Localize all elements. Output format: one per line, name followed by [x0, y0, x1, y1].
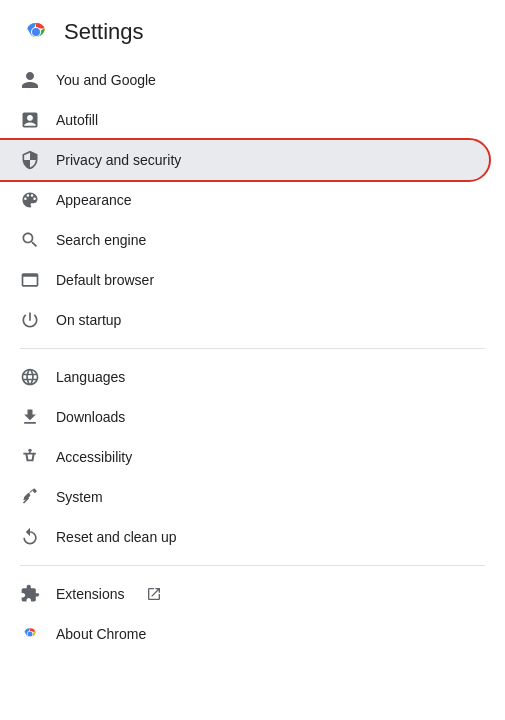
globe-icon — [20, 367, 40, 387]
sidebar-item-label: Autofill — [56, 112, 98, 128]
extensions-icon — [20, 584, 40, 604]
divider-2 — [20, 565, 485, 566]
search-icon — [20, 230, 40, 250]
browser-icon — [20, 270, 40, 290]
sidebar-item-label: Reset and clean up — [56, 529, 177, 545]
sidebar-item-on-startup[interactable]: On startup — [0, 300, 489, 340]
sidebar-item-label: Downloads — [56, 409, 125, 425]
sidebar-item-label: Default browser — [56, 272, 154, 288]
nav-list: You and Google Autofill Privacy and secu… — [0, 60, 505, 654]
autofill-icon — [20, 110, 40, 130]
person-icon — [20, 70, 40, 90]
sidebar-item-label: Accessibility — [56, 449, 132, 465]
reset-icon — [20, 527, 40, 547]
sidebar-item-reset-and-clean-up[interactable]: Reset and clean up — [0, 517, 489, 557]
sidebar-item-extensions[interactable]: Extensions — [0, 574, 489, 614]
sidebar-item-label: System — [56, 489, 103, 505]
divider-1 — [20, 348, 485, 349]
sidebar-item-default-browser[interactable]: Default browser — [0, 260, 489, 300]
sidebar-item-appearance[interactable]: Appearance — [0, 180, 489, 220]
sidebar-item-downloads[interactable]: Downloads — [0, 397, 489, 437]
sidebar-item-accessibility[interactable]: Accessibility — [0, 437, 489, 477]
sidebar-item-label: Languages — [56, 369, 125, 385]
sidebar-item-system[interactable]: System — [0, 477, 489, 517]
shield-icon — [20, 150, 40, 170]
wrench-icon — [20, 487, 40, 507]
accessibility-icon — [20, 447, 40, 467]
sidebar-item-you-and-google[interactable]: You and Google — [0, 60, 489, 100]
page-title: Settings — [64, 19, 144, 45]
sidebar-item-label: Privacy and security — [56, 152, 181, 168]
sidebar-item-label: Extensions — [56, 586, 124, 602]
palette-icon — [20, 190, 40, 210]
sidebar-item-label: You and Google — [56, 72, 156, 88]
svg-point-5 — [28, 632, 33, 637]
sidebar-item-languages[interactable]: Languages — [0, 357, 489, 397]
svg-point-2 — [32, 28, 40, 36]
chrome-logo-icon — [20, 16, 52, 48]
sidebar-item-search-engine[interactable]: Search engine — [0, 220, 489, 260]
sidebar-item-autofill[interactable]: Autofill — [0, 100, 489, 140]
download-icon — [20, 407, 40, 427]
sidebar-item-privacy-and-security[interactable]: Privacy and security — [0, 140, 489, 180]
sidebar-item-label: On startup — [56, 312, 121, 328]
about-chrome-icon — [20, 624, 40, 644]
sidebar-item-label: About Chrome — [56, 626, 146, 642]
sidebar-item-label: Appearance — [56, 192, 132, 208]
settings-nav: You and Google Autofill Privacy and secu… — [0, 60, 505, 654]
sidebar-item-about-chrome[interactable]: About Chrome — [0, 614, 489, 654]
power-icon — [20, 310, 40, 330]
external-link-icon — [144, 584, 164, 604]
sidebar-item-label: Search engine — [56, 232, 146, 248]
settings-header: Settings — [0, 0, 505, 60]
